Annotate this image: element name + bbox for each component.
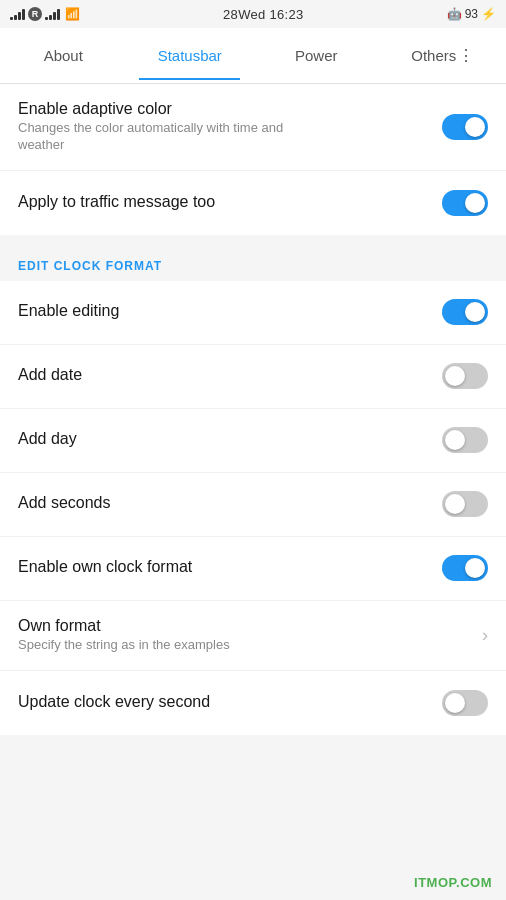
add-day-title: Add day <box>18 430 442 448</box>
watermark: ITMOP.COM <box>414 875 492 890</box>
own-format-row[interactable]: Own format Specify the string as in the … <box>0 601 506 671</box>
more-icon: ⋮ <box>458 46 474 65</box>
status-time: 28Wed 16:23 <box>223 7 303 22</box>
signal-icon <box>10 8 25 20</box>
battery-level: 93 <box>465 7 478 21</box>
apply-traffic-title: Apply to traffic message too <box>18 193 442 211</box>
own-format-subtitle: Specify the string as in the examples <box>18 637 298 654</box>
tab-bar: About Statusbar Power Others ⋮ <box>0 28 506 84</box>
enable-own-clock-title: Enable own clock format <box>18 558 442 576</box>
update-clock-title: Update clock every second <box>18 693 442 711</box>
r-badge-icon: R <box>28 7 42 21</box>
toggle-track <box>442 114 488 140</box>
content-area: Enable adaptive color Changes the color … <box>0 84 506 900</box>
status-day: Wed <box>238 7 265 22</box>
update-clock-row: Update clock every second <box>0 671 506 735</box>
own-format-text: Own format Specify the string as in the … <box>18 617 474 654</box>
adaptive-color-group: Enable adaptive color Changes the color … <box>0 84 506 235</box>
add-seconds-title: Add seconds <box>18 494 442 512</box>
toggle-thumb <box>445 430 465 450</box>
status-left: R 📶 <box>10 7 80 21</box>
tab-about[interactable]: About <box>0 31 127 80</box>
toggle-track <box>442 190 488 216</box>
android-icon: 🤖 <box>447 7 462 21</box>
clock-format-group: Enable editing Add date Add da <box>0 281 506 735</box>
status-date: 28 <box>223 7 238 22</box>
toggle-thumb <box>465 302 485 322</box>
toggle-track <box>442 491 488 517</box>
tab-power[interactable]: Power <box>253 31 380 80</box>
enable-editing-text: Enable editing <box>18 302 442 322</box>
enable-own-clock-toggle[interactable] <box>442 555 488 581</box>
toggle-thumb <box>465 117 485 137</box>
enable-own-clock-row: Enable own clock format <box>0 537 506 601</box>
toggle-thumb <box>445 366 465 386</box>
status-bar: R 📶 28Wed 16:23 🤖 93 ⚡ <box>0 0 506 28</box>
enable-own-clock-text: Enable own clock format <box>18 558 442 578</box>
add-date-title: Add date <box>18 366 442 384</box>
toggle-track <box>442 555 488 581</box>
add-date-text: Add date <box>18 366 442 386</box>
add-date-row: Add date <box>0 345 506 409</box>
tab-others[interactable]: Others ⋮ <box>380 30 507 81</box>
enable-editing-row: Enable editing <box>0 281 506 345</box>
own-format-title: Own format <box>18 617 474 635</box>
toggle-track <box>442 427 488 453</box>
enable-editing-toggle[interactable] <box>442 299 488 325</box>
add-seconds-row: Add seconds <box>0 473 506 537</box>
toggle-track <box>442 363 488 389</box>
wifi-icon: 📶 <box>65 7 80 21</box>
status-clock: 16:23 <box>269 7 303 22</box>
apply-traffic-row: Apply to traffic message too <box>0 171 506 235</box>
toggle-thumb <box>465 193 485 213</box>
chevron-right-icon: › <box>482 625 488 646</box>
enable-adaptive-color-row: Enable adaptive color Changes the color … <box>0 84 506 171</box>
tab-statusbar[interactable]: Statusbar <box>127 31 254 80</box>
enable-adaptive-color-subtitle: Changes the color automatically with tim… <box>18 120 298 154</box>
toggle-track <box>442 690 488 716</box>
battery-charging-icon: ⚡ <box>481 7 496 21</box>
apply-traffic-toggle[interactable] <box>442 190 488 216</box>
apply-traffic-text: Apply to traffic message too <box>18 193 442 213</box>
add-day-toggle[interactable] <box>442 427 488 453</box>
toggle-thumb <box>465 558 485 578</box>
toggle-track <box>442 299 488 325</box>
clock-format-header: EDIT CLOCK FORMAT <box>0 243 506 281</box>
update-clock-text: Update clock every second <box>18 693 442 713</box>
add-seconds-toggle[interactable] <box>442 491 488 517</box>
add-day-row: Add day <box>0 409 506 473</box>
add-seconds-text: Add seconds <box>18 494 442 514</box>
status-right: 🤖 93 ⚡ <box>447 7 496 21</box>
add-day-text: Add day <box>18 430 442 450</box>
update-clock-toggle[interactable] <box>442 690 488 716</box>
enable-adaptive-color-toggle[interactable] <box>442 114 488 140</box>
add-date-toggle[interactable] <box>442 363 488 389</box>
enable-editing-title: Enable editing <box>18 302 442 320</box>
toggle-thumb <box>445 693 465 713</box>
toggle-thumb <box>445 494 465 514</box>
signal2-icon <box>45 8 60 20</box>
enable-adaptive-color-title: Enable adaptive color <box>18 100 442 118</box>
enable-adaptive-color-text: Enable adaptive color Changes the color … <box>18 100 442 154</box>
